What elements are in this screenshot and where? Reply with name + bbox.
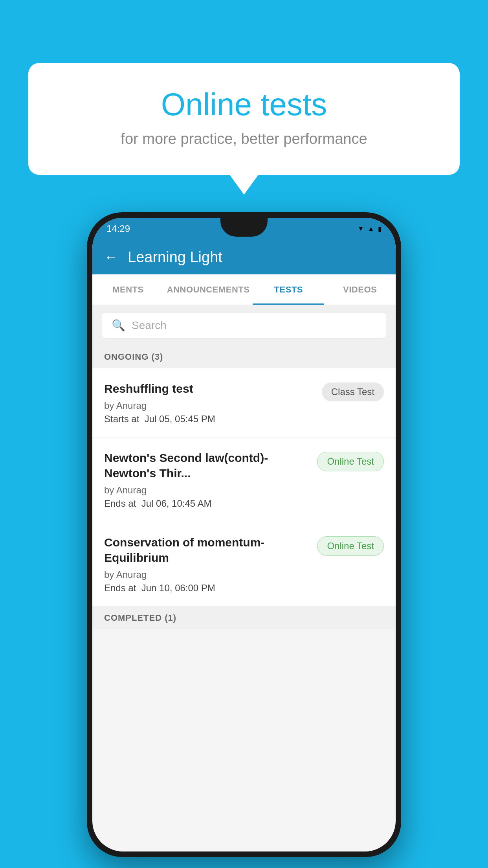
test-badge-1: Class Test bbox=[322, 383, 384, 401]
test-list: Reshuffling test by Anurag Starts at Jul… bbox=[92, 368, 396, 607]
test-date-3: Ends at Jun 10, 06:00 PM bbox=[104, 583, 311, 594]
test-name-1: Reshuffling test bbox=[104, 381, 316, 396]
status-bar: 14:29 ▼ ▲ ▮ bbox=[92, 218, 396, 240]
phone-device: 14:29 ▼ ▲ ▮ ← Learning Light MENTS ANNOU… bbox=[87, 212, 401, 857]
test-name-2: Newton's Second law(contd)-Newton's Thir… bbox=[104, 450, 311, 481]
test-author-3: by Anurag bbox=[104, 569, 311, 580]
tab-videos[interactable]: VIDEOS bbox=[324, 274, 396, 305]
test-date-label-2: Ends at bbox=[104, 498, 136, 509]
test-author-1: by Anurag bbox=[104, 400, 316, 411]
test-date-label-3: Ends at bbox=[104, 583, 136, 593]
bubble-subtitle: for more practice, better performance bbox=[60, 131, 428, 147]
tabs-container: MENTS ANNOUNCEMENTS TESTS VIDEOS bbox=[92, 274, 396, 305]
test-author-2: by Anurag bbox=[104, 485, 311, 496]
wifi-icon: ▼ bbox=[358, 225, 364, 232]
tab-tests[interactable]: TESTS bbox=[253, 274, 324, 305]
phone-notch bbox=[220, 218, 268, 237]
app-header: ← Learning Light bbox=[92, 240, 396, 274]
app-title: Learning Light bbox=[128, 249, 222, 266]
test-info-2: Newton's Second law(contd)-Newton's Thir… bbox=[104, 450, 311, 509]
signal-icon: ▲ bbox=[368, 225, 374, 232]
search-input[interactable]: Search bbox=[132, 319, 167, 332]
tab-announcements[interactable]: ANNOUNCEMENTS bbox=[164, 274, 253, 305]
test-item-3[interactable]: Conservation of momentum-Equilibrium by … bbox=[92, 522, 396, 607]
test-badge-2: Online Test bbox=[317, 452, 384, 471]
phone-screen: 14:29 ▼ ▲ ▮ ← Learning Light MENTS ANNOU… bbox=[92, 218, 396, 851]
test-date-1: Starts at Jul 05, 05:45 PM bbox=[104, 414, 316, 425]
status-time: 14:29 bbox=[106, 223, 130, 234]
test-date-label-1: Starts at bbox=[104, 414, 139, 424]
search-bar[interactable]: 🔍 Search bbox=[102, 312, 386, 338]
test-info-1: Reshuffling test by Anurag Starts at Jul… bbox=[104, 381, 316, 425]
test-date-value-2: Jul 06, 10:45 AM bbox=[141, 498, 212, 509]
test-badge-3: Online Test bbox=[317, 536, 384, 556]
completed-section-header: COMPLETED (1) bbox=[92, 607, 396, 629]
back-button[interactable]: ← bbox=[104, 249, 118, 265]
search-container: 🔍 Search bbox=[92, 305, 396, 346]
bubble-title: Online tests bbox=[60, 86, 428, 123]
status-icons: ▼ ▲ ▮ bbox=[358, 225, 382, 233]
search-icon: 🔍 bbox=[112, 319, 125, 332]
test-name-3: Conservation of momentum-Equilibrium bbox=[104, 535, 311, 565]
test-info-3: Conservation of momentum-Equilibrium by … bbox=[104, 535, 311, 594]
battery-icon: ▮ bbox=[378, 225, 382, 233]
test-date-value-3: Jun 10, 06:00 PM bbox=[141, 583, 215, 593]
test-item-1[interactable]: Reshuffling test by Anurag Starts at Jul… bbox=[92, 368, 396, 438]
test-item-2[interactable]: Newton's Second law(contd)-Newton's Thir… bbox=[92, 438, 396, 522]
speech-bubble: Online tests for more practice, better p… bbox=[28, 63, 460, 175]
tab-ments[interactable]: MENTS bbox=[92, 274, 164, 305]
test-date-2: Ends at Jul 06, 10:45 AM bbox=[104, 498, 311, 509]
test-date-value-1: Jul 05, 05:45 PM bbox=[145, 414, 215, 424]
ongoing-section-header: ONGOING (3) bbox=[92, 346, 396, 368]
